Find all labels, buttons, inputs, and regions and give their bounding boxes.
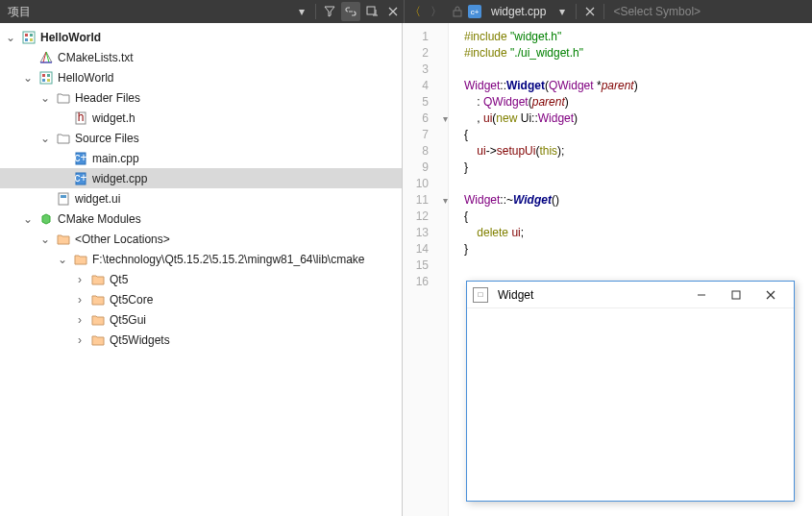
minimize-button[interactable] xyxy=(684,282,719,308)
cpp-file-icon: c+ xyxy=(468,5,481,18)
tree-widget-cpp[interactable]: ·c+widget.cpp xyxy=(0,168,402,188)
folder-icon xyxy=(56,90,71,106)
code-line: Widget::~Widget() xyxy=(464,192,812,209)
line-number: 16 xyxy=(403,274,429,290)
line-number: 8 xyxy=(403,143,429,160)
svg-rect-19 xyxy=(61,195,66,198)
svg-rect-2 xyxy=(23,32,35,43)
widget-window[interactable]: □ Widget xyxy=(466,281,795,502)
caret-down-icon[interactable]: ⌄ xyxy=(38,132,52,145)
line-number: 3 xyxy=(403,61,429,78)
caret-down-icon[interactable]: ⌄ xyxy=(38,91,52,105)
close-pane-icon[interactable] xyxy=(383,2,403,21)
caret-down-icon[interactable]: ⌄ xyxy=(38,233,52,246)
caret-right-icon[interactable]: › xyxy=(73,333,86,347)
line-number: 15 xyxy=(403,258,429,274)
tree-other-locations[interactable]: ⌄<Other Locations> xyxy=(0,229,402,249)
svg-rect-0 xyxy=(367,7,375,14)
svg-text:c+: c+ xyxy=(75,152,86,164)
folder-icon xyxy=(56,131,71,146)
target-icon xyxy=(38,70,54,86)
tree-main-cpp[interactable]: ·c+main.cpp xyxy=(0,148,402,168)
main-area: ⌄HelloWorld ·CMakeLists.txt ⌄HelloWorld … xyxy=(0,23,812,516)
folder-icon xyxy=(73,252,88,267)
toolbar-right: 〈 〉 c+ widget.cpp ▾ <Select Symbol> xyxy=(404,0,812,23)
tree-project-root[interactable]: ⌄HelloWorld xyxy=(0,27,402,47)
link-icon[interactable] xyxy=(341,2,360,21)
caret-down-icon[interactable]: ⌄ xyxy=(56,253,69,266)
svg-rect-4 xyxy=(30,34,33,37)
caret-down-icon[interactable]: ⌄ xyxy=(4,31,17,44)
svg-rect-11 xyxy=(47,79,50,82)
tree-label: Header Files xyxy=(75,91,140,105)
project-tree: ⌄HelloWorld ·CMakeLists.txt ⌄HelloWorld … xyxy=(0,23,403,516)
lock-icon[interactable] xyxy=(448,2,467,21)
tree-qt5gui[interactable]: ›Qt5Gui xyxy=(0,309,402,330)
tree-helloworld-target[interactable]: ⌄HelloWorld xyxy=(0,67,402,87)
tree-cmakelists[interactable]: ·CMakeLists.txt xyxy=(0,47,402,67)
fold-marker-icon[interactable]: ▾ xyxy=(434,111,448,127)
svg-rect-1 xyxy=(454,11,461,16)
line-number: 9 xyxy=(403,160,429,176)
nav-forward-icon[interactable]: 〉 xyxy=(427,2,446,21)
close-button[interactable] xyxy=(753,282,788,308)
top-toolbar: 项目 ▾ 〈 〉 c+ widget.cpp ▾ <Select Symbol> xyxy=(0,0,812,23)
tree-label: Qt5Gui xyxy=(110,313,146,327)
code-editor[interactable]: 1 2 3 4 5 6 7 8 9 10 11 12 13 14 15 16 ▾ xyxy=(403,23,812,516)
editor-tab-name[interactable]: widget.cpp xyxy=(485,5,552,18)
caret-right-icon[interactable]: › xyxy=(73,313,86,327)
caret-right-icon[interactable]: › xyxy=(73,293,86,307)
nav-back-icon[interactable]: 〈 xyxy=(406,2,425,21)
code-line: } xyxy=(464,241,812,258)
folder-icon xyxy=(56,232,71,247)
toolbar-left: 项目 ▾ xyxy=(0,0,404,23)
add-pane-icon[interactable] xyxy=(362,2,381,21)
window-titlebar[interactable]: □ Widget xyxy=(467,282,794,308)
code-area[interactable]: #include "widget.h" #include "./ui_widge… xyxy=(449,23,812,516)
cpp-file-icon: c+ xyxy=(73,151,88,166)
maximize-button[interactable] xyxy=(719,282,753,308)
tab-dropdown-icon[interactable]: ▾ xyxy=(553,2,572,21)
tree-label: Qt5 xyxy=(110,273,128,286)
tree-header-files[interactable]: ⌄Header Files xyxy=(0,87,402,108)
tree-cmake-modules[interactable]: ⌄CMake Modules xyxy=(0,209,402,229)
caret-down-icon[interactable]: ⌄ xyxy=(21,212,35,226)
fold-marker-icon[interactable]: ▾ xyxy=(434,192,448,209)
modules-icon xyxy=(38,211,54,227)
line-number: 7 xyxy=(403,127,429,143)
filter-icon[interactable] xyxy=(320,2,339,21)
caret-down-icon[interactable]: ⌄ xyxy=(21,71,35,85)
svg-text:c+: c+ xyxy=(75,172,86,184)
tree-qt5core[interactable]: ›Qt5Core xyxy=(0,289,402,309)
line-number: 1 xyxy=(403,29,429,45)
tree-lib-cmake[interactable]: ⌄F:\technology\Qt5.15.2\5.15.2\mingw81_6… xyxy=(0,249,402,269)
tree-widget-h[interactable]: ·hwidget.h xyxy=(0,108,402,128)
folder-icon xyxy=(90,332,106,348)
line-number: 11 xyxy=(403,192,429,209)
project-icon xyxy=(21,30,37,45)
code-line: { xyxy=(464,127,812,143)
svg-rect-8 xyxy=(42,74,45,77)
tree-label: F:\technology\Qt5.15.2\5.15.2\mingw81_64… xyxy=(92,253,365,266)
code-line: delete ui; xyxy=(464,225,812,241)
tree-label: CMake Modules xyxy=(58,212,141,226)
caret-right-icon[interactable]: › xyxy=(73,273,86,286)
window-title: Widget xyxy=(494,288,684,302)
line-number: 2 xyxy=(403,45,429,61)
tree-label: HelloWorld xyxy=(58,71,113,85)
tree-label: widget.cpp xyxy=(92,172,147,185)
line-number: 4 xyxy=(403,78,429,94)
tree-widget-ui[interactable]: ·widget.ui xyxy=(0,188,402,209)
close-tab-icon[interactable] xyxy=(580,2,600,21)
tree-label: widget.ui xyxy=(75,192,120,206)
code-line xyxy=(464,258,812,274)
cmake-file-icon xyxy=(38,50,54,65)
tree-source-files[interactable]: ⌄Source Files xyxy=(0,128,402,148)
line-number: 6 xyxy=(403,111,429,127)
select-symbol-dropdown[interactable]: <Select Symbol> xyxy=(607,5,706,18)
code-line xyxy=(464,61,812,78)
tree-qt5[interactable]: ›Qt5 xyxy=(0,269,402,289)
svg-rect-10 xyxy=(42,79,45,82)
tree-qt5widgets[interactable]: ›Qt5Widgets xyxy=(0,330,402,350)
dropdown-icon[interactable]: ▾ xyxy=(292,2,311,21)
